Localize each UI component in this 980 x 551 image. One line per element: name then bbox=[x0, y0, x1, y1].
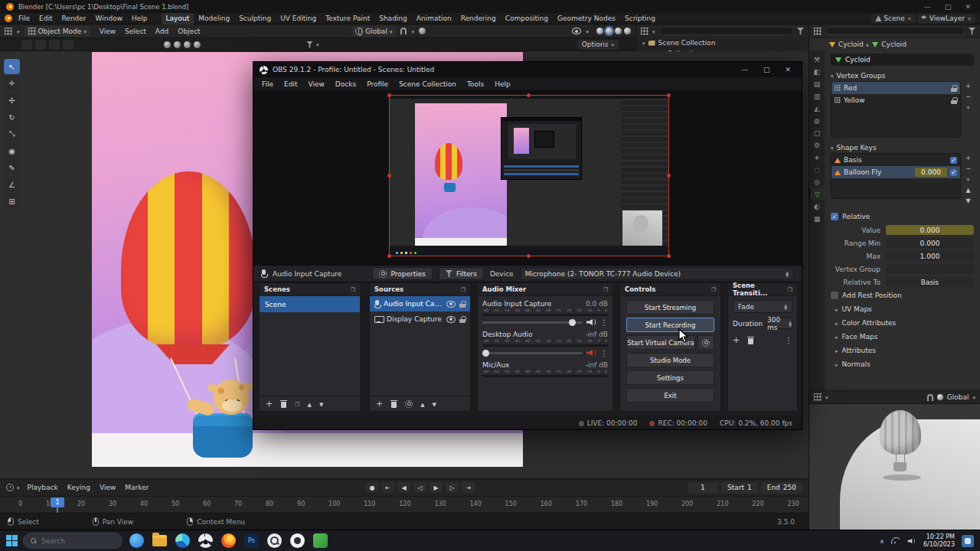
scene-list-item[interactable]: Scene bbox=[260, 296, 360, 312]
tool-option-icon-1[interactable] bbox=[164, 41, 171, 48]
tab-physics[interactable] bbox=[809, 164, 825, 175]
scale-tool[interactable] bbox=[4, 126, 20, 142]
exit-button[interactable]: Exit bbox=[626, 388, 714, 403]
workspace-tab[interactable]: Geometry Nodes bbox=[553, 13, 620, 24]
snap-magnet-icon[interactable] bbox=[400, 28, 407, 34]
scene-filters-icon[interactable] bbox=[295, 400, 299, 408]
wifi-icon[interactable] bbox=[891, 537, 900, 544]
obs-titlebar[interactable]: OBS 29.1.2 - Profile: Untitled - Scenes:… bbox=[253, 62, 802, 77]
source-list-item[interactable]: Audio Input Capture bbox=[370, 296, 470, 311]
range-max-field[interactable]: 1.000 bbox=[886, 251, 974, 261]
select-box-tool[interactable] bbox=[4, 59, 20, 74]
shape-keys-section-header[interactable]: Shape Keys bbox=[831, 142, 974, 153]
selection-handle[interactable] bbox=[667, 93, 671, 97]
vertex-group-row[interactable]: Red bbox=[831, 82, 960, 94]
shading-solid-icon[interactable] bbox=[606, 28, 612, 34]
duration-spinbox[interactable]: 300 ms ▲▼ bbox=[766, 318, 792, 329]
shape-key-mute-checkbox[interactable] bbox=[950, 169, 957, 176]
scene-unlink-icon[interactable] bbox=[907, 15, 912, 22]
viewport-menu-item[interactable]: Add bbox=[151, 28, 173, 35]
vertex-group-row[interactable]: Yellow bbox=[831, 94, 960, 106]
move-shape-key-down-button[interactable]: ▼ bbox=[962, 196, 974, 206]
workspace-tab[interactable]: Modeling bbox=[194, 13, 234, 24]
value-slider[interactable]: 0.000 bbox=[886, 225, 974, 235]
options-dropdown[interactable]: Options bbox=[577, 40, 619, 50]
screenshot-tool-icon[interactable] bbox=[312, 532, 329, 549]
source-list-item[interactable]: Display Capture bbox=[370, 311, 470, 327]
spinner-arrows-icon[interactable]: ▲▼ bbox=[789, 321, 792, 327]
dock-float-icon[interactable] bbox=[788, 285, 792, 293]
workspace-tab[interactable]: Scripting bbox=[620, 13, 660, 24]
copilot-icon[interactable] bbox=[128, 532, 145, 549]
file-explorer-icon[interactable] bbox=[151, 532, 168, 549]
timeline-menu-item[interactable]: View bbox=[95, 484, 120, 491]
dock-float-icon[interactable] bbox=[603, 285, 608, 293]
relative-to-field[interactable]: Basis bbox=[886, 277, 974, 287]
outliner-editor-icon[interactable] bbox=[641, 28, 648, 35]
dock-float-icon[interactable] bbox=[351, 285, 355, 293]
editor-type-icon[interactable] bbox=[814, 393, 822, 401]
menu-item[interactable]: Edit bbox=[34, 15, 57, 22]
viewport-menu-item[interactable]: View bbox=[95, 28, 120, 35]
remove-source-button[interactable] bbox=[390, 399, 397, 408]
notification-center-icon[interactable] bbox=[962, 535, 974, 547]
mute-toggle-icon[interactable] bbox=[586, 349, 596, 357]
obs-close-button[interactable]: ✕ bbox=[785, 66, 791, 73]
annotate-tool[interactable] bbox=[4, 160, 20, 175]
dock-float-icon[interactable] bbox=[461, 285, 466, 293]
start-button[interactable] bbox=[6, 535, 18, 546]
viewlayer-selector[interactable]: ViewLayer bbox=[917, 14, 975, 24]
obs-preview-area[interactable] bbox=[253, 91, 802, 265]
jump-to-start-button[interactable] bbox=[381, 482, 394, 493]
show-overlays-icon[interactable] bbox=[572, 28, 581, 34]
move-shape-key-up-button[interactable]: ▲ bbox=[962, 185, 974, 195]
workspace-tab[interactable]: Sculpting bbox=[234, 13, 276, 24]
secondary-viewport[interactable]: Global bbox=[808, 390, 980, 530]
slider-handle[interactable] bbox=[482, 350, 489, 357]
blender-menu-icon[interactable] bbox=[5, 15, 12, 22]
tool-option-icon-2[interactable] bbox=[174, 41, 181, 48]
camera-app-icon[interactable] bbox=[289, 532, 306, 549]
taskbar-search[interactable] bbox=[23, 533, 122, 549]
visibility-eye-icon[interactable] bbox=[446, 301, 456, 308]
shape-key-value[interactable]: 0.000 bbox=[915, 168, 947, 177]
play-reverse-button[interactable] bbox=[413, 482, 426, 493]
collapsed-section-header[interactable]: Face Maps bbox=[831, 331, 974, 343]
selection-handle[interactable] bbox=[527, 254, 531, 258]
proportional-editing-icon[interactable] bbox=[419, 28, 426, 34]
tab-render[interactable] bbox=[809, 66, 825, 77]
selection-handle[interactable] bbox=[667, 254, 671, 258]
properties-editor-icon[interactable] bbox=[814, 28, 822, 35]
selection-handle[interactable] bbox=[667, 174, 671, 178]
obs-menu-item[interactable]: Help bbox=[489, 80, 516, 88]
current-frame-field[interactable]: 1 bbox=[688, 482, 718, 494]
vertex-groups-section-header[interactable]: Vertex Groups bbox=[831, 70, 974, 81]
tool-option-icon-4[interactable] bbox=[194, 41, 201, 48]
slider-handle[interactable] bbox=[569, 319, 576, 326]
visibility-eye-icon[interactable] bbox=[446, 316, 456, 323]
collapsed-section-header[interactable]: UV Maps bbox=[831, 303, 974, 315]
outliner-search-input[interactable] bbox=[659, 27, 793, 35]
selection-handle[interactable] bbox=[527, 93, 531, 97]
menu-item[interactable]: Help bbox=[127, 15, 152, 22]
obs-menu-item[interactable]: Scene Collection bbox=[394, 80, 462, 88]
selection-handle[interactable] bbox=[387, 93, 391, 97]
taskbar-clock[interactable]: 10:22 PM 6/10/2023 bbox=[923, 533, 955, 549]
collapsed-section-header[interactable]: Attributes bbox=[831, 344, 974, 357]
vertex-group-field[interactable] bbox=[886, 264, 974, 274]
obs-preview-canvas[interactable] bbox=[390, 96, 668, 256]
device-dropdown[interactable]: Microphone (2- TONOR TC-777 Audio Device… bbox=[520, 267, 794, 280]
workspace-tab[interactable]: Animation bbox=[412, 13, 456, 24]
measure-tool[interactable] bbox=[4, 177, 20, 192]
next-keyframe-button[interactable] bbox=[446, 482, 459, 493]
playhead[interactable]: 1 bbox=[51, 497, 64, 507]
tray-chevron-icon[interactable] bbox=[880, 537, 884, 545]
previous-keyframe-button[interactable] bbox=[397, 482, 410, 493]
filter-icon[interactable] bbox=[306, 41, 313, 48]
tab-output[interactable] bbox=[809, 78, 825, 90]
move-tool[interactable] bbox=[4, 93, 20, 108]
obs-menu-item[interactable]: Docks bbox=[330, 80, 361, 88]
viewport-menu-item[interactable]: Select bbox=[120, 28, 151, 35]
channel-menu-icon[interactable] bbox=[600, 349, 608, 357]
add-vertex-group-button[interactable]: + bbox=[962, 81, 974, 91]
